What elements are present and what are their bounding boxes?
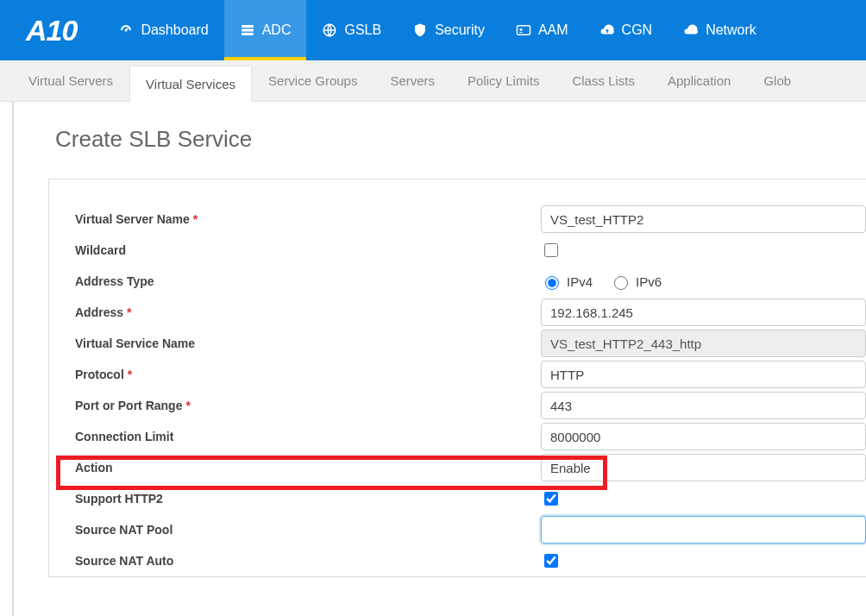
tab-global[interactable]: Glob (747, 60, 807, 101)
required-marker: * (128, 368, 132, 381)
stack-icon (240, 22, 255, 38)
connection-limit-input[interactable] (541, 423, 866, 450)
ipv4-radio[interactable] (545, 276, 559, 290)
form-panel: Virtual Server Name* Wildcard Address Ty… (48, 179, 866, 577)
label-support-http2: Support HTTP2 (75, 492, 541, 506)
source-nat-pool-select[interactable] (541, 516, 866, 544)
label-source-nat-auto: Source NAT Auto (75, 554, 541, 568)
svg-rect-1 (242, 29, 254, 32)
tab-class-lists[interactable]: Class Lists (555, 60, 651, 101)
row-source-nat-pool: Source NAT Pool (49, 514, 866, 545)
tab-service-groups-label: Service Groups (268, 73, 357, 88)
label-protocol: Protocol* (75, 368, 541, 381)
shield-icon (412, 22, 428, 38)
required-marker: * (193, 212, 198, 226)
port-input[interactable] (541, 392, 866, 419)
protocol-select[interactable]: HTTP (541, 361, 866, 388)
nav-aam[interactable]: AAM (500, 0, 584, 60)
row-address-type: Address Type IPv4 IPv6 (49, 266, 866, 297)
row-support-http2: Support HTTP2 (49, 483, 866, 514)
tab-virtual-services-label: Virtual Services (146, 77, 235, 91)
action-select[interactable]: Enable (541, 454, 866, 481)
nav-aam-label: AAM (538, 22, 568, 38)
tab-servers[interactable]: Servers (373, 60, 451, 101)
row-connection-limit: Connection Limit (49, 421, 866, 452)
label-address: Address* (75, 305, 541, 319)
virtual-service-name-input (541, 330, 866, 357)
nav-gslb-label: GSLB (344, 22, 381, 38)
label-source-nat-pool: Source NAT Pool (75, 523, 541, 537)
tab-global-label: Glob (763, 73, 791, 88)
row-action: Action Enable (49, 452, 866, 483)
nav-network[interactable]: Network (668, 0, 772, 60)
row-wildcard: Wildcard (49, 235, 866, 266)
required-marker: * (185, 399, 190, 412)
globe-icon (322, 22, 337, 38)
sub-tabs: Virtual Servers Virtual Services Service… (0, 60, 866, 102)
tab-virtual-servers-label: Virtual Servers (28, 73, 113, 88)
support-http2-checkbox[interactable] (544, 492, 558, 506)
svg-rect-0 (242, 25, 254, 28)
nav-dashboard-label: Dashboard (141, 22, 208, 38)
row-virtual-server-name: Virtual Server Name* (49, 204, 866, 235)
row-port: Port or Port Range* (49, 390, 866, 421)
label-address-type: Address Type (75, 274, 541, 288)
tab-application[interactable]: Application (651, 60, 747, 101)
idcard-icon (516, 22, 531, 38)
tab-application-label: Application (668, 73, 731, 88)
row-virtual-service-name: Virtual Service Name (49, 328, 866, 359)
virtual-server-name-input[interactable] (541, 205, 866, 233)
svg-rect-4 (517, 26, 530, 35)
tab-class-lists-label: Class Lists (572, 73, 635, 88)
ipv4-radio-label: IPv4 (567, 274, 593, 289)
svg-rect-2 (242, 33, 254, 35)
label-action: Action (75, 461, 541, 475)
nav-adc-label: ADC (262, 22, 292, 38)
label-virtual-server-name: Virtual Server Name* (75, 212, 541, 226)
label-wildcard: Wildcard (75, 243, 541, 257)
wildcard-checkbox[interactable] (544, 243, 558, 257)
label-connection-limit: Connection Limit (75, 430, 541, 443)
nav-gslb[interactable]: GSLB (306, 0, 397, 60)
address-type-ipv4[interactable]: IPv4 (541, 273, 593, 290)
nav-network-label: Network (706, 22, 756, 38)
nav-dashboard[interactable]: Dashboard (103, 0, 223, 60)
ipv6-radio-label: IPv6 (636, 274, 662, 289)
page-body: Create SLB Service Virtual Server Name* … (12, 102, 866, 616)
label-port: Port or Port Range* (75, 399, 541, 412)
nav-security[interactable]: Security (397, 0, 500, 60)
tab-policy-limits[interactable]: Policy Limits (451, 60, 555, 101)
tab-service-groups[interactable]: Service Groups (252, 60, 373, 101)
svg-point-5 (519, 28, 522, 31)
nav-cgn-label: CGN (622, 22, 653, 38)
cloudout-icon (599, 22, 615, 38)
nav-security-label: Security (435, 22, 485, 38)
cloud-icon (683, 22, 699, 38)
top-nav: A10 Dashboard ADC GSLB Security AAM CGN … (0, 0, 866, 60)
tab-policy-limits-label: Policy Limits (468, 73, 539, 88)
page-title: Create SLB Service (31, 117, 866, 179)
row-protocol: Protocol* HTTP (49, 359, 866, 390)
row-address: Address* (49, 297, 866, 328)
address-type-ipv6[interactable]: IPv6 (610, 273, 662, 290)
tab-virtual-servers[interactable]: Virtual Servers (12, 60, 129, 101)
brand-logo-text: A10 (26, 14, 77, 47)
tab-servers-label: Servers (390, 73, 435, 88)
tab-virtual-services[interactable]: Virtual Services (129, 66, 252, 102)
source-nat-auto-checkbox[interactable] (544, 554, 558, 568)
gauge-icon (118, 22, 134, 38)
address-input[interactable] (541, 299, 866, 326)
nav-adc[interactable]: ADC (224, 0, 307, 60)
required-marker: * (127, 305, 131, 319)
nav-cgn[interactable]: CGN (584, 0, 668, 60)
row-source-nat-auto: Source NAT Auto (49, 545, 866, 576)
ipv6-radio[interactable] (614, 276, 628, 290)
label-virtual-service-name: Virtual Service Name (75, 336, 541, 350)
brand-logo: A10 (0, 0, 103, 60)
